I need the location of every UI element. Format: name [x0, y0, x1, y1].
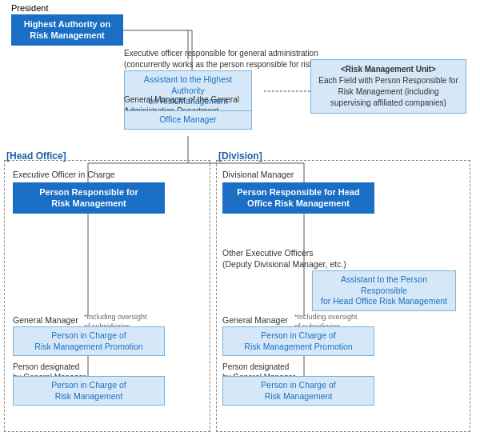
ho-person-box: Person Responsible for Risk Management [13, 182, 165, 214]
ho-promo-box: Person in Charge of Risk Management Prom… [13, 326, 165, 356]
div-manager-label: Divisional Manager [222, 170, 294, 181]
div-charge-box: Person in Charge of Risk Management [222, 376, 374, 406]
div-gm-label: General Manager [222, 315, 288, 326]
ho-charge-box: Person in Charge of Risk Management [13, 376, 165, 406]
president-label: President [11, 3, 48, 13]
office-manager-box: Office Manager [124, 110, 252, 130]
assistant-person-box: Assistant to the Person Responsible for … [312, 270, 456, 311]
div-promo-box: Person in Charge of Risk Management Prom… [222, 326, 374, 356]
other-exec-label: Other Executive Officers (Deputy Divisio… [222, 248, 346, 270]
ho-exec-label: Executive Officer in Charge [13, 170, 115, 181]
chart-container: President Highest Authority on Risk Mana… [0, 0, 480, 448]
highest-authority-box: Highest Authority on Risk Management [11, 14, 123, 46]
ho-gm-label: General Manager [13, 315, 78, 326]
div-person-box: Person Responsible for Head Office Risk … [222, 182, 374, 214]
risk-management-unit-box: <Risk Management Unit> Each Field with P… [310, 59, 466, 114]
